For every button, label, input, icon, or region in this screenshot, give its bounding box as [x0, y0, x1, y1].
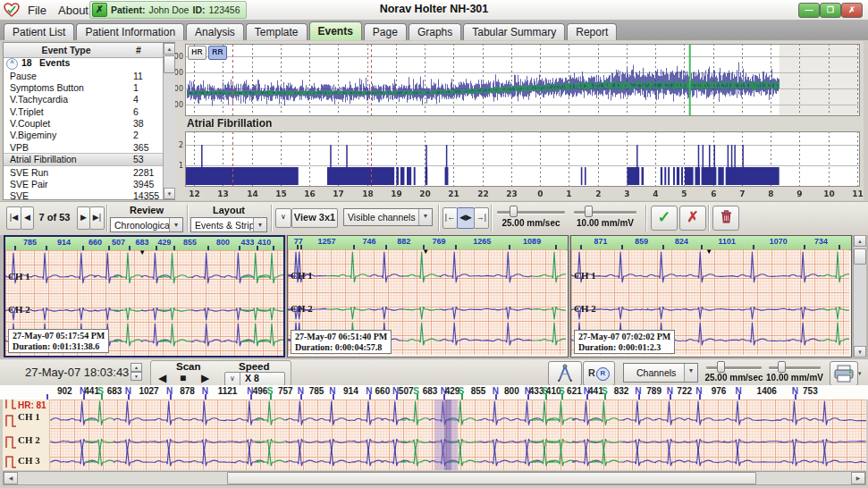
event-toolbar: |◀ ◀ 7 of 53 ▶ ▶| Review Chronological▾ … [0, 201, 868, 236]
rr-interval-value: 1101 [719, 237, 737, 246]
rhythm-speed-label: 25.00 mm/sec [701, 373, 767, 383]
speed-value: X 8 [245, 373, 259, 384]
restore-button[interactable]: ❐ [820, 3, 841, 18]
event-group-row[interactable]: ^ 18 Events [4, 57, 163, 70]
gain-slider[interactable] [574, 206, 636, 217]
scan-back-button[interactable]: ◀ [158, 372, 166, 384]
ecg-strip-2[interactable]: 77125774688276912651089 ▼ CH 1 CH 2 27-M… [287, 235, 569, 358]
event-position: 7 of 53 [33, 212, 76, 223]
rr-interval-value: 882 [397, 237, 410, 246]
fit-left-button[interactable]: |← [442, 207, 458, 229]
delete-event-button[interactable] [712, 206, 739, 231]
rr-interval-value: 859 [635, 237, 648, 246]
patient-id-label: ID: [192, 4, 205, 15]
prev-event-button[interactable]: ◀ [21, 206, 34, 230]
rr-interval-value: 507 [399, 386, 414, 396]
tab-tabular-summary[interactable]: Tabular Summary [463, 23, 565, 40]
rr-interval-value: 1070 [770, 237, 788, 246]
layout-select[interactable]: Events & Strip▾ [190, 217, 267, 232]
event-marker-icon: ▼ [705, 248, 712, 256]
tab-template[interactable]: Template [246, 23, 308, 40]
rr-interval-value: 757 [278, 386, 293, 396]
rr-interval-value: 800 [216, 238, 230, 247]
datetime-spinner[interactable]: ▲▼ [131, 363, 142, 382]
column-event-type: Event Type [4, 45, 129, 55]
strips-scrollbar[interactable]: ▲ ▼ [853, 235, 866, 358]
event-type-row[interactable]: Atrial Fibrillation53 [4, 153, 163, 166]
selected-beat-highlight[interactable] [434, 400, 458, 470]
hr-toggle-button[interactable]: HR [188, 46, 206, 60]
tab-page[interactable]: Page [364, 23, 407, 40]
channels-dropdown[interactable]: Channels▾ [623, 363, 698, 383]
event-type-row[interactable]: Pause11 [4, 70, 163, 81]
scrollbar-thumb[interactable] [227, 472, 756, 484]
tab-report[interactable]: Report [567, 23, 617, 40]
rhythm-scrollbar[interactable]: ◀ ▶ [3, 471, 866, 485]
accept-event-button[interactable]: ✓ [651, 206, 678, 231]
event-type-row[interactable]: V.Bigeminy2 [4, 130, 163, 141]
scan-stop-button[interactable]: ■ [180, 372, 186, 384]
speed-select[interactable]: ∨ X 8 [224, 372, 285, 386]
speed-slider[interactable] [497, 206, 565, 217]
close-button[interactable]: ✗ [841, 3, 863, 18]
menu-file[interactable]: File [23, 3, 51, 18]
first-event-button[interactable]: |◀ [6, 206, 21, 230]
event-strips-area: 785914660507683429855800433410 ▼ CH 1 CH… [0, 235, 868, 358]
close-patient-icon[interactable]: ✗ [92, 3, 107, 17]
heart-rate-value: HR: 81 [18, 400, 46, 410]
fit-right-button[interactable]: →| [474, 207, 489, 229]
hr-rr-trend-chart[interactable] [175, 41, 864, 200]
reject-event-button[interactable]: ✗ [679, 206, 706, 231]
tab-patient-list[interactable]: Patient List [4, 23, 74, 40]
visible-channels-dropdown[interactable]: Visible channels▾ [343, 208, 433, 226]
tab-events[interactable]: Events [309, 21, 362, 40]
rr-interval-value: 1121 [218, 386, 238, 396]
patient-info-bar: ✗ Patient: John Doe ID: 123456 [89, 1, 247, 19]
tab-analysis[interactable]: Analysis [186, 23, 244, 40]
minimize-button[interactable]: — [798, 3, 820, 18]
rr-interval-value: 800 [504, 386, 519, 396]
scroll-right-icon[interactable]: ▶ [851, 472, 865, 484]
tab-graphs[interactable]: Graphs [409, 23, 461, 40]
tab-bar: Patient ListPatient InformationAnalysisT… [0, 20, 868, 40]
event-type-row[interactable]: V.Triplet6 [4, 105, 163, 117]
rr-interval-value: 785 [23, 238, 37, 247]
tab-patient-information[interactable]: Patient Information [76, 23, 184, 40]
print-button[interactable] [830, 361, 858, 386]
beat-annotation-row: 902N441S683N1027N878N1121N496S757N785N91… [0, 385, 868, 400]
rr-interval-value: 683 [107, 386, 122, 396]
event-type-row[interactable]: V.Couplet38 [4, 118, 163, 130]
last-event-button[interactable]: ▶| [89, 206, 105, 230]
calipers-button[interactable] [548, 361, 582, 386]
ecg-strip-1[interactable]: 785914660507683429855800433410 ▼ CH 1 CH… [4, 235, 285, 358]
event-type-row[interactable]: SVE Run2281 [4, 166, 163, 178]
strip-timestamp: 27-May-07 07:02:02 PM Duration: 0:00:01:… [574, 330, 675, 354]
ecg-strip-3[interactable]: 87185982411011070734 ▼ CH 1 CH 2 27-May-… [570, 235, 852, 358]
event-type-row[interactable]: V.Tachycardia4 [4, 94, 163, 105]
event-type-row[interactable]: Symptoms Button1 [4, 81, 163, 93]
layout-label: Layout [190, 205, 267, 215]
event-marker-icon: ▼ [422, 248, 429, 256]
menu-about[interactable]: About [54, 3, 93, 18]
view-3x1-button[interactable]: View 3x1 [291, 208, 338, 228]
next-event-button[interactable]: ▶ [77, 206, 90, 230]
event-list-scrollbar[interactable]: ▲ ▼ [163, 43, 175, 199]
scroll-left-icon[interactable]: ◀ [4, 472, 18, 484]
rhythm-gain-slider[interactable] [769, 361, 821, 373]
collapse-toolbar-button[interactable]: ∨ [275, 208, 291, 228]
scan-forward-button[interactable]: ▶ [201, 372, 209, 384]
rhythm-speed-slider[interactable] [706, 361, 762, 373]
rr-interval-value: 878 [180, 386, 195, 396]
collapse-icon[interactable]: ^ [6, 58, 18, 70]
event-type-row[interactable]: SVE14355 [4, 190, 163, 199]
event-type-row[interactable]: VPB365 [4, 141, 163, 153]
fit-both-button[interactable]: ◀▶ [457, 207, 475, 229]
scan-bar: 27-May-07 18:03:43 ▲▼ Scan Speed ◀ ■ ▶ ∨… [0, 358, 868, 387]
rr-interval-value: 871 [594, 237, 608, 246]
rr-measure-button[interactable]: RR [583, 361, 615, 386]
rr-toggle-button[interactable]: RR [208, 46, 227, 60]
print-options-icon[interactable]: ▾ [858, 370, 862, 377]
review-select[interactable]: Chronological▾ [110, 217, 183, 232]
event-type-row[interactable]: SVE Pair3945 [4, 179, 163, 190]
rr-interval-value: 734 [814, 237, 828, 246]
